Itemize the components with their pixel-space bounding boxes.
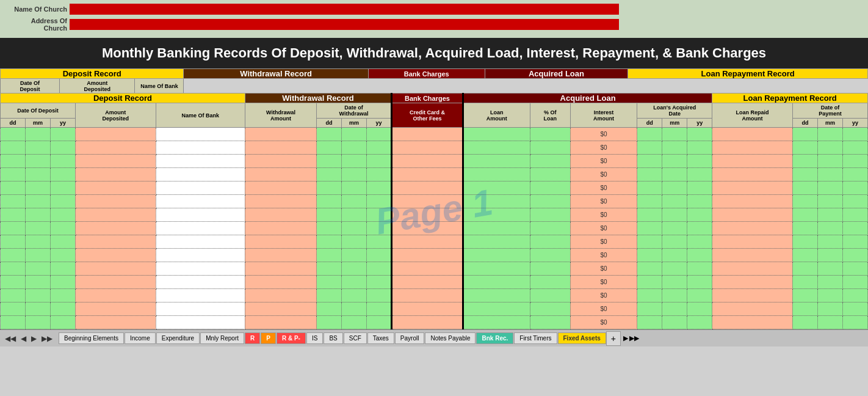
table-row[interactable]: $0 [1, 276, 868, 289]
withdrawal-record-header: Withdrawal Record [184, 69, 368, 79]
tab-payroll[interactable]: Payroll [395, 332, 425, 344]
bank-charges-header: Bank Charges [368, 69, 485, 79]
name-label: Name Of Church [6, 6, 67, 13]
col-percent-of-loan: % OfLoan [530, 103, 570, 128]
col-name-of-bank: Name Of Bank [156, 103, 245, 128]
table-row[interactable]: $0 [1, 316, 868, 329]
col-loan-amount: LoanAmount [463, 103, 530, 128]
acquired-loan-header: Acquired Loan [485, 69, 627, 79]
address-label: Address Of Church [6, 17, 67, 32]
col-withdrawal-dd: dd [317, 119, 342, 128]
tab-is[interactable]: IS [306, 332, 323, 344]
col-date-of-withdrawal-label: Date ofWithdrawal [317, 103, 392, 119]
col-withdrawal-mm: mm [341, 119, 366, 128]
tab-scroll-end[interactable]: ▶▶ [629, 334, 639, 342]
col-deposit-yy: yy [50, 119, 75, 128]
table-row[interactable]: $0 [1, 249, 868, 262]
main-table: Deposit Record Withdrawal Record Bank Ch… [0, 68, 868, 94]
page-title: Monthly Banking Records Of Deposit, With… [0, 38, 868, 68]
col-credit-card-fees: Credit Card &Other Fees [391, 103, 463, 128]
col-acquired-mm: mm [662, 119, 687, 128]
section-withdrawal: Withdrawal Record [245, 94, 391, 103]
table-row[interactable]: $0 [1, 302, 868, 316]
col-acquired-dd: dd [637, 119, 662, 128]
col-interest-amount: InterestAmount [570, 103, 637, 128]
tab-expenditure[interactable]: Expenditure [156, 332, 200, 344]
tab-nav-prev[interactable]: ◀◀ ◀ ▶ ▶▶ [2, 333, 55, 344]
bottom-tabs: ◀◀ ◀ ▶ ▶▶ Beginning ElementsIncomeExpend… [0, 329, 868, 346]
tab-bs[interactable]: BS [324, 332, 342, 344]
col-loans-acquired-date-label: Loan's AcquiredDate [637, 103, 712, 119]
col-date-of-deposit: Date OfDeposit [1, 79, 60, 94]
add-tab-button[interactable]: + [606, 331, 621, 346]
tab-income[interactable]: Income [125, 332, 156, 344]
col-loan-repaid-amount: Loan RepaidAmount [712, 103, 793, 128]
table-row[interactable]: $0 [1, 168, 868, 182]
tab-scroll-right[interactable]: ▶ [623, 334, 628, 342]
table-row[interactable]: $0 [1, 155, 868, 168]
tab-r[interactable]: R [245, 332, 260, 344]
tab-first-icon[interactable]: ◀◀ [2, 333, 18, 344]
top-bar: Name Of Church Address Of Church [0, 0, 868, 38]
tab-r--p-[interactable]: R & P- [277, 332, 306, 344]
col-payment-yy: yy [842, 119, 867, 128]
tab-scf[interactable]: SCF [344, 332, 367, 344]
section-loan-repayment: Loan Repayment Record [712, 94, 868, 103]
col-amount-deposited: AmountDeposited [59, 79, 135, 94]
deposit-record-header: Deposit Record [1, 69, 184, 79]
tab-p[interactable]: P [261, 332, 276, 344]
col-withdrawal-yy: yy [366, 119, 391, 128]
col-payment-mm: mm [817, 119, 842, 128]
table-row[interactable]: $0 [1, 141, 868, 155]
tab-notes-payable[interactable]: Notes Payable [425, 332, 476, 344]
section-acquired-loan: Acquired Loan [463, 94, 712, 103]
table-row[interactable]: $0 [1, 289, 868, 302]
tab-taxes[interactable]: Taxes [367, 332, 394, 344]
address-input[interactable] [70, 19, 619, 30]
table-row[interactable]: $0 [1, 128, 868, 141]
tab-beginning-elements[interactable]: Beginning Elements [59, 332, 124, 344]
table-row[interactable]: $0 [1, 235, 868, 249]
col-name-of-bank: Name Of Bank [135, 79, 184, 94]
main-content: Page 1 Deposit Record Withdrawal Record … [0, 68, 868, 329]
col-acquired-yy: yy [687, 119, 712, 128]
name-input[interactable] [70, 4, 619, 15]
tab-bnk-rec[interactable]: Bnk Rec. [476, 332, 513, 344]
section-deposit: Deposit Record [1, 94, 245, 103]
col-date-of-deposit-label: Date Of Deposit [1, 103, 76, 119]
tab-fixed-assets[interactable]: Fixed Assets [558, 332, 606, 344]
tab-mnly-report[interactable]: Mnly Report [200, 332, 244, 344]
col-withdrawal-amount: WithdrawalAmount [245, 103, 316, 128]
table-row[interactable]: $0 [1, 262, 868, 276]
table-row[interactable]: $0 [1, 182, 868, 195]
table-row[interactable]: $0 [1, 208, 868, 222]
tab-last-icon[interactable]: ▶▶ [39, 333, 55, 344]
loan-repayment-header: Loan Repayment Record [628, 69, 868, 79]
col-payment-dd: dd [792, 119, 817, 128]
tab-first-timers[interactable]: First Timers [514, 332, 557, 344]
table-row[interactable]: $0 [1, 222, 868, 235]
col-amount-deposited: AmountDeposited [75, 103, 156, 128]
col-date-of-payment-label: Date ofPayment [792, 103, 867, 119]
tab-prev-icon[interactable]: ◀ [18, 333, 29, 344]
col-deposit-mm: mm [25, 119, 50, 128]
table-row[interactable]: $0 [1, 195, 868, 208]
spreadsheet-table: Deposit Record Withdrawal Record Bank Ch… [0, 93, 868, 329]
col-deposit-dd: dd [1, 119, 26, 128]
section-bank-charges: Bank Charges [391, 94, 463, 103]
tab-next-icon[interactable]: ▶ [29, 333, 39, 344]
